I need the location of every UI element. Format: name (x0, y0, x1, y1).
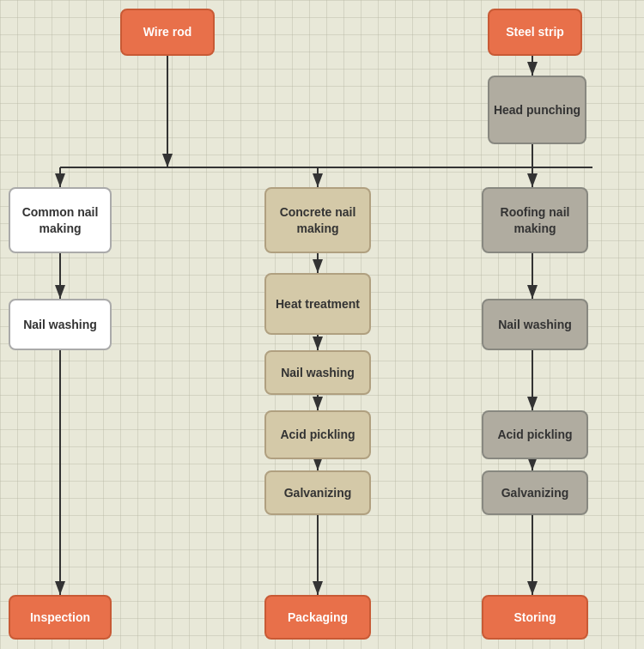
common-nail-making-box: Common nail making (9, 187, 112, 253)
heat-treatment-box: Heat treatment (264, 273, 371, 335)
steel-strip-label: Steel strip (506, 24, 564, 39)
heat-treatment-label: Heat treatment (276, 296, 360, 312)
head-punching-label: Head punching (494, 102, 580, 118)
concrete-nail-making-box: Concrete nail making (264, 187, 371, 253)
wire-rod-box: Wire rod (120, 9, 215, 56)
galvanizing-right-box: Galvanizing (482, 470, 588, 515)
steel-strip-box: Steel strip (488, 9, 582, 56)
nail-washing-left-box: Nail washing (9, 299, 112, 350)
head-punching-box: Head punching (488, 76, 586, 144)
acid-pickling-right-box: Acid pickling (482, 410, 588, 459)
roofing-nail-making-label: Roofing nail making (483, 204, 586, 235)
concrete-nail-making-label: Concrete nail making (266, 204, 369, 235)
flowchart: Wire rod Steel strip Head punching Commo… (0, 0, 644, 649)
inspection-box: Inspection (9, 595, 112, 640)
nail-washing-mid-box: Nail washing (264, 350, 371, 395)
inspection-label: Inspection (30, 610, 90, 625)
packaging-box: Packaging (264, 595, 371, 640)
nail-washing-left-label: Nail washing (23, 317, 97, 332)
galvanizing-mid-label: Galvanizing (284, 485, 352, 500)
common-nail-making-label: Common nail making (10, 204, 110, 235)
acid-pickling-mid-box: Acid pickling (264, 410, 371, 459)
acid-pickling-mid-label: Acid pickling (280, 427, 355, 442)
nail-washing-right-box: Nail washing (482, 299, 588, 350)
roofing-nail-making-box: Roofing nail making (482, 187, 588, 253)
wire-rod-label: Wire rod (143, 24, 192, 39)
galvanizing-mid-box: Galvanizing (264, 470, 371, 515)
storing-box: Storing (482, 595, 588, 640)
nail-washing-mid-label: Nail washing (281, 365, 355, 380)
acid-pickling-right-label: Acid pickling (497, 427, 572, 442)
nail-washing-right-label: Nail washing (498, 317, 572, 332)
packaging-label: Packaging (288, 610, 348, 625)
galvanizing-right-label: Galvanizing (501, 485, 569, 500)
storing-label: Storing (514, 610, 556, 625)
